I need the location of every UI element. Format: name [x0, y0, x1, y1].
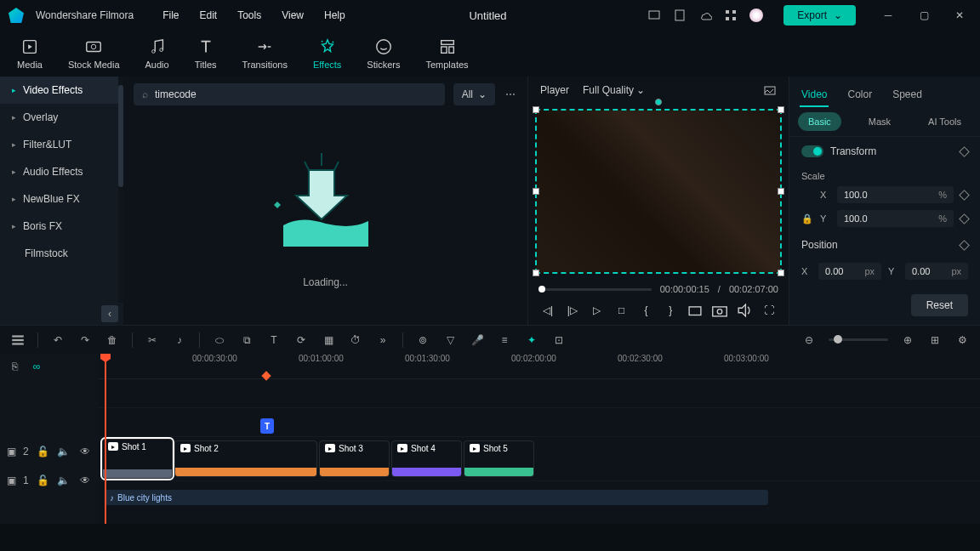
tab-stickers[interactable]: Stickers	[367, 37, 400, 70]
sidebar-filmstock[interactable]: Filmstock	[0, 240, 123, 267]
split-icon[interactable]: ✂	[145, 332, 160, 348]
menu-file[interactable]: File	[162, 9, 179, 21]
hide-track-icon[interactable]: 👁	[77, 473, 92, 488]
subtab-basic[interactable]: Basic	[798, 112, 841, 131]
resize-handle-l[interactable]	[533, 188, 539, 195]
transform-toggle[interactable]	[801, 145, 823, 157]
inspector-tab-speed[interactable]: Speed	[891, 83, 924, 107]
lock-icon[interactable]: 🔒	[801, 213, 813, 224]
screen-icon[interactable]	[647, 9, 661, 22]
audio-clip[interactable]: ♪Blue city lights	[105, 490, 768, 505]
text-icon[interactable]: T	[266, 332, 282, 348]
subtab-ai-tools[interactable]: AI Tools	[918, 112, 971, 131]
sidebar-scrollbar[interactable]	[118, 77, 123, 303]
resize-handle-r[interactable]	[778, 188, 784, 195]
tab-effects[interactable]: Effects	[313, 37, 341, 70]
inspector-tab-video[interactable]: Video	[800, 83, 829, 107]
scale-y-input[interactable]: 100.0%	[837, 210, 954, 227]
title-clip[interactable]: T	[260, 418, 274, 434]
link-track-icon[interactable]: ∞	[29, 359, 44, 374]
copy-track-icon[interactable]: ⎘	[7, 359, 22, 374]
redo-icon[interactable]: ↷	[77, 332, 93, 348]
subtab-mask[interactable]: Mask	[858, 112, 901, 131]
fullscreen-button[interactable]: ⛶	[760, 301, 778, 320]
position-x-input[interactable]: 0.00px	[818, 263, 881, 280]
menu-edit[interactable]: Edit	[200, 9, 218, 21]
sidebar-overlay[interactable]: Overlay	[0, 104, 123, 131]
save-icon[interactable]	[673, 9, 687, 22]
mute-track-icon[interactable]: 🔈	[56, 444, 71, 459]
camera-button[interactable]	[710, 301, 729, 320]
keyframe-icon[interactable]	[959, 146, 970, 157]
clip-shot-5[interactable]: Shot 5	[464, 440, 534, 477]
sidebar-video-effects[interactable]: Video Effects	[0, 77, 123, 104]
sidebar-newblue-fx[interactable]: NewBlue FX	[0, 185, 123, 213]
preview-viewport[interactable]	[535, 109, 782, 274]
prev-frame-button[interactable]: ◁|	[538, 301, 557, 320]
zoom-in-icon[interactable]: ⊕	[900, 332, 915, 348]
keyframe-icon[interactable]	[959, 190, 970, 201]
more-tools-icon[interactable]: »	[375, 332, 390, 348]
settings-icon[interactable]: ⚙	[954, 332, 970, 348]
timeline-ruler[interactable]: 00:00:30:00 00:01:00:00 00:01:30:00 00:0…	[99, 354, 980, 379]
shield-icon[interactable]: ▽	[442, 332, 458, 348]
keyframe-icon[interactable]	[959, 213, 970, 224]
zoom-slider[interactable]	[829, 338, 888, 341]
minimize-button[interactable]: ─	[876, 3, 900, 27]
speed-icon[interactable]: ⟳	[293, 332, 309, 348]
filter-all-button[interactable]: All⌄	[453, 83, 495, 105]
timer-icon[interactable]: ⏱	[348, 332, 363, 348]
tab-stock-media[interactable]: Stock Media	[68, 37, 120, 70]
tab-media[interactable]: Media	[17, 37, 43, 70]
tracks-area[interactable]: Shot 1Shot 2Shot 3Shot 4Shot 5	[99, 379, 980, 481]
resize-handle-tl[interactable]	[533, 106, 539, 113]
ai-icon[interactable]: ✦	[524, 332, 539, 348]
export-button[interactable]: Export⌄	[783, 5, 856, 26]
undo-icon[interactable]: ↶	[50, 332, 66, 348]
clip-shot-1[interactable]: Shot 1	[102, 439, 173, 479]
sidebar-boris-fx[interactable]: Boris FX	[0, 213, 123, 240]
video-track[interactable]: Shot 1Shot 2Shot 3Shot 4Shot 5	[99, 437, 980, 481]
menu-view[interactable]: View	[282, 9, 304, 21]
tab-audio[interactable]: Audio	[145, 37, 169, 70]
resize-handle-bl[interactable]	[533, 270, 539, 276]
clip-shot-2[interactable]: Shot 2	[174, 440, 317, 477]
keyframe-icon[interactable]	[959, 240, 970, 251]
more-icon[interactable]: ⋯	[504, 88, 517, 101]
mute-track-icon[interactable]: 🔈	[56, 473, 71, 488]
lock-track-icon[interactable]: 🔓	[36, 444, 50, 459]
search-input[interactable]: ⌕timecode	[134, 83, 445, 105]
stop-button-2[interactable]: □	[612, 301, 631, 320]
menu-help[interactable]: Help	[324, 9, 345, 21]
clip-shot-4[interactable]: Shot 4	[391, 440, 462, 477]
mark-in-button[interactable]: {	[637, 301, 656, 320]
color-icon[interactable]: ▦	[321, 332, 336, 348]
play-button[interactable]: ▷	[588, 301, 607, 320]
cloud-icon[interactable]	[698, 9, 712, 22]
maximize-button[interactable]: ▢	[912, 3, 936, 27]
delete-icon[interactable]: 🗑	[105, 332, 120, 348]
resize-handle-tr[interactable]	[778, 106, 784, 113]
menu-tools[interactable]: Tools	[237, 9, 261, 21]
sidebar-collapse-button[interactable]: ‹	[101, 305, 118, 322]
scale-x-input[interactable]: 100.0%	[837, 186, 954, 203]
equalizer-icon[interactable]: ≡	[497, 332, 512, 348]
resize-handle-br[interactable]	[778, 270, 784, 276]
playback-slider[interactable]	[538, 288, 652, 291]
mark-out-button[interactable]: }	[661, 301, 680, 320]
zoom-out-icon[interactable]: ⊖	[801, 332, 817, 348]
avatar-icon[interactable]	[749, 9, 763, 22]
stop-button[interactable]: |▷	[563, 301, 582, 320]
snapshot-icon[interactable]	[763, 83, 777, 97]
sidebar-audio-effects[interactable]: Audio Effects	[0, 158, 123, 185]
inspector-tab-color[interactable]: Color	[846, 83, 874, 107]
volume-button[interactable]	[735, 301, 754, 320]
hide-track-icon[interactable]: 👁	[77, 444, 92, 459]
tab-transitions[interactable]: Transitions	[242, 37, 288, 70]
apps-icon[interactable]	[724, 9, 738, 22]
quality-selector[interactable]: Full Quality ⌄	[583, 84, 645, 96]
music-icon[interactable]: ♪	[172, 332, 187, 348]
tab-titles[interactable]: Titles	[195, 37, 217, 70]
clip-shot-3[interactable]: Shot 3	[319, 440, 390, 477]
grid-icon[interactable]: ⊞	[927, 332, 943, 348]
